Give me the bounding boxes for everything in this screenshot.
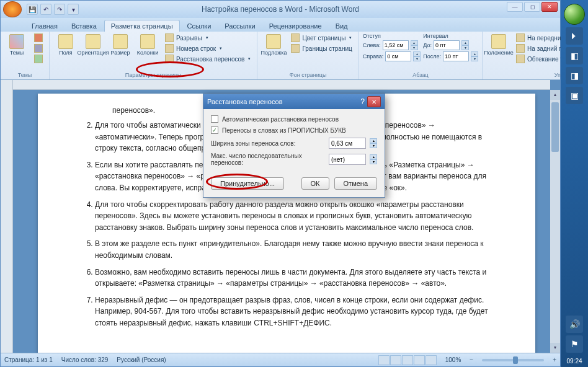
view-outline[interactable]	[414, 355, 425, 365]
columns-label: Колонки	[137, 50, 158, 56]
group-page-setup: Поля Ориентация Размер Колонки Разрывы▾ …	[50, 32, 257, 79]
watermark-label: Подложка	[261, 50, 287, 56]
qat-redo[interactable]: ↷	[54, 4, 65, 15]
dialog-help-icon[interactable]: ?	[360, 97, 365, 106]
qat-customize[interactable]: ▾	[68, 4, 79, 15]
vertical-scrollbar[interactable]: ▴ ▾	[550, 90, 560, 353]
tray-icon[interactable]: ⚑	[566, 335, 583, 353]
spacing-before-spinner[interactable]: ▴▾	[461, 40, 469, 50]
group-label-page-setup: Параметры страницы	[53, 72, 253, 79]
text-wrap-icon	[516, 55, 525, 63]
spacing-after-spinner[interactable]: ▴▾	[471, 51, 478, 61]
indent-right-spinner[interactable]: ▴▾	[413, 51, 421, 61]
margins-icon	[58, 34, 73, 49]
page-borders-button[interactable]: Границы страниц	[288, 43, 354, 53]
themes-icon	[9, 34, 24, 49]
zoom-slider[interactable]	[482, 359, 544, 361]
list-item: Для того чтобы скорректировать работу да…	[95, 199, 498, 234]
position-label: Положение	[484, 50, 514, 56]
minimize-button[interactable]: —	[507, 2, 523, 12]
theme-fonts[interactable]	[32, 43, 45, 53]
list-item: Возможно, вам необходимо вставить перено…	[95, 267, 498, 290]
line-numbers-icon	[165, 44, 174, 53]
taskbar-app-icon[interactable]: ◨	[566, 67, 583, 84]
themes-button[interactable]: Темы	[4, 33, 29, 58]
tab-home[interactable]: Главная	[25, 20, 64, 32]
page-color-button[interactable]: Цвет страницы▾	[288, 33, 354, 43]
titlebar: 💾 ↶ ↷ ▾ Настройка переносов в Word - Mic…	[1, 1, 560, 18]
spacing-after-input[interactable]	[443, 51, 469, 61]
theme-effects[interactable]	[32, 54, 45, 64]
status-page[interactable]: Страница: 1 из 1	[4, 356, 53, 363]
taskbar-app-icon[interactable]: ▣	[566, 87, 583, 104]
spacing-before-input[interactable]	[434, 40, 460, 50]
view-print-layout[interactable]	[378, 355, 390, 365]
manual-button[interactable]: Принудительно...	[211, 177, 284, 190]
caps-hyphen-checkbox[interactable]: ✓	[211, 126, 218, 134]
qat-undo[interactable]: ↶	[40, 4, 51, 15]
breaks-button[interactable]: Разрывы▾	[163, 33, 253, 43]
ok-button[interactable]: ОК	[301, 177, 329, 190]
view-draft[interactable]	[425, 355, 437, 365]
scroll-up-icon[interactable]: ▴	[550, 90, 560, 100]
page-borders-icon	[291, 44, 300, 53]
indent-left-input[interactable]	[383, 40, 409, 50]
taskbar-clock[interactable]: 09:24	[566, 355, 582, 367]
watermark-button[interactable]: Подложка	[261, 33, 286, 58]
dialog-close-button[interactable]: ✕	[367, 96, 381, 107]
hyphenation-label: Расстановка переносов	[176, 56, 244, 63]
group-page-background: Подложка Цвет страницы▾ Границы страниц …	[257, 32, 359, 79]
zoom-out[interactable]: −	[470, 356, 473, 363]
maximize-button[interactable]: ◻	[524, 2, 540, 12]
columns-button[interactable]: Колонки	[135, 33, 160, 58]
office-button[interactable]	[3, 1, 22, 17]
indent-right-input[interactable]	[385, 51, 411, 61]
breaks-label: Разрывы	[176, 35, 202, 42]
tray-icon[interactable]: 🔊	[566, 316, 583, 333]
vertical-ruler[interactable]	[1, 80, 13, 353]
start-button[interactable]	[564, 4, 585, 25]
max-spinner[interactable]: ▴▾	[370, 154, 377, 164]
taskbar-app-icon[interactable]: ◧	[566, 47, 583, 64]
indent-left-spinner[interactable]: ▴▾	[411, 40, 418, 50]
dialog-titlebar[interactable]: Расстановка переносов ? ✕	[203, 94, 385, 109]
view-web[interactable]	[402, 355, 413, 365]
scroll-thumb[interactable]	[551, 102, 559, 152]
status-words[interactable]: Число слов: 329	[61, 356, 109, 363]
horizontal-ruler[interactable]	[13, 80, 550, 90]
status-language[interactable]: Русский (Россия)	[117, 356, 166, 363]
margins-button[interactable]: Поля	[53, 33, 78, 58]
tab-insert[interactable]: Вставка	[65, 20, 103, 32]
line-numbers-button[interactable]: Номера строк▾	[163, 43, 253, 53]
tab-references[interactable]: Ссылки	[181, 20, 218, 32]
caps-hyphen-label: Переносы в словах из ПРОПИСНЫХ БУКВ	[222, 127, 377, 134]
cancel-button[interactable]: Отмена	[334, 177, 377, 190]
tab-view[interactable]: Вид	[329, 20, 354, 32]
line-numbers-label: Номера строк	[176, 45, 216, 52]
zoom-in[interactable]: +	[553, 356, 556, 363]
size-button[interactable]: Размер	[108, 33, 133, 58]
tab-review[interactable]: Рецензирование	[263, 20, 328, 32]
qat-save[interactable]: 💾	[27, 4, 38, 15]
zoom-level[interactable]: 100%	[445, 356, 461, 363]
close-button[interactable]: ✕	[541, 2, 558, 12]
taskbar-app-icon[interactable]: 🞂	[566, 27, 583, 45]
tab-page-layout[interactable]: Разметка страницы	[104, 20, 180, 32]
zone-spinner[interactable]: ▴▾	[370, 138, 377, 148]
view-full-screen[interactable]	[390, 355, 401, 365]
list-item: Неразрывный дефис — он предотвращает раз…	[95, 294, 498, 329]
ribbon: Темы Темы Поля Ориентация Размер Колонки…	[1, 32, 560, 80]
ribbon-tabs: Главная Вставка Разметка страницы Ссылки…	[1, 18, 560, 32]
auto-hyphen-checkbox[interactable]	[211, 115, 218, 123]
dialog-buttons: Принудительно... ОК Отмена	[203, 172, 385, 197]
orientation-button[interactable]: Ориентация	[81, 33, 105, 58]
zone-input[interactable]	[329, 138, 366, 149]
hyphenation-button[interactable]: Расстановка переносов▾	[163, 54, 253, 64]
position-button[interactable]: Положение	[486, 33, 511, 58]
tab-mailings[interactable]: Рассылки	[218, 20, 261, 32]
window-controls: — ◻ ✕	[506, 2, 558, 12]
scroll-down-icon[interactable]: ▾	[550, 343, 560, 353]
theme-colors[interactable]	[32, 33, 45, 43]
zoom-thumb[interactable]	[513, 356, 518, 364]
max-input[interactable]	[329, 154, 366, 165]
